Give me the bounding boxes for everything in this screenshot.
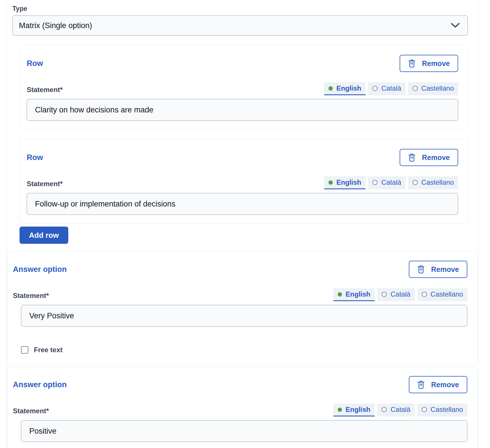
- type-select-value: Matrix (Single option): [19, 21, 92, 30]
- radio-circle-icon: [413, 180, 418, 185]
- lang-chip-label: Català: [390, 290, 410, 299]
- lang-chip-label: Castellano: [421, 178, 454, 187]
- lang-chip-catala[interactable]: Català: [368, 82, 405, 95]
- remove-button-label: Remove: [422, 153, 450, 162]
- lang-chip-english[interactable]: English: [324, 82, 366, 95]
- lang-chip-english[interactable]: English: [333, 404, 375, 416]
- row-heading: Row: [27, 59, 43, 68]
- row-card: Row Remove Statement* English: [20, 139, 468, 224]
- row-card-header: Row Remove: [27, 149, 458, 166]
- lang-chip-english[interactable]: English: [333, 288, 375, 301]
- radio-circle-icon: [422, 292, 427, 297]
- lang-chip-castellano[interactable]: Castellano: [408, 176, 458, 189]
- type-label: Type: [12, 5, 468, 13]
- answer-option-card: Answer option Remove Statement* English: [7, 367, 477, 448]
- lang-chip-english[interactable]: English: [324, 176, 366, 189]
- statement-header-row: Statement* English Català Castellano: [13, 404, 467, 416]
- lang-chip-label: English: [337, 84, 361, 93]
- radio-circle-icon: [422, 407, 427, 412]
- lang-chip-label: Català: [381, 178, 401, 187]
- answer-option-card-header: Answer option Remove: [13, 261, 467, 278]
- answer-option-body: [21, 420, 467, 442]
- lang-chip-label: Castellano: [431, 290, 463, 299]
- answer-option-card-header: Answer option Remove: [13, 376, 467, 393]
- lang-chip-label: English: [346, 290, 371, 299]
- type-select[interactable]: Matrix (Single option): [12, 15, 468, 36]
- trash-icon: [417, 265, 425, 274]
- answer-option-card: Answer option Remove Statement* English: [7, 251, 477, 364]
- remove-button-label: Remove: [431, 265, 459, 274]
- statement-label: Statement*: [27, 180, 63, 189]
- trash-icon: [408, 153, 416, 162]
- selected-dot-icon: [338, 408, 342, 412]
- free-text-checkbox[interactable]: [21, 346, 28, 354]
- answer-option-statement-input[interactable]: [21, 420, 467, 442]
- remove-row-button[interactable]: Remove: [400, 149, 458, 166]
- row-statement-input[interactable]: [27, 193, 458, 215]
- lang-chip-catala[interactable]: Català: [377, 404, 415, 416]
- statement-header-row: Statement* English Català Castellano: [27, 82, 458, 95]
- row-statement-input[interactable]: [27, 99, 458, 121]
- row-heading: Row: [27, 153, 43, 162]
- add-row-button[interactable]: Add row: [20, 227, 68, 244]
- radio-circle-icon: [413, 86, 418, 91]
- selected-dot-icon: [328, 86, 333, 91]
- question-editor-panel: Type Matrix (Single option) Row Remove: [6, 0, 479, 448]
- trash-icon: [417, 381, 425, 389]
- statement-label: Statement*: [13, 407, 49, 416]
- language-switcher: English Català Castellano: [333, 404, 467, 416]
- free-text-label: Free text: [34, 346, 63, 354]
- remove-answer-option-button[interactable]: Remove: [409, 376, 467, 393]
- language-switcher: English Català Castellano: [333, 288, 467, 301]
- free-text-option: Free text: [21, 346, 467, 354]
- lang-chip-castellano[interactable]: Castellano: [408, 82, 458, 95]
- radio-circle-icon: [372, 86, 378, 91]
- remove-button-label: Remove: [431, 380, 459, 389]
- statement-header-row: Statement* English Català Castellano: [27, 176, 458, 189]
- trash-icon: [408, 59, 416, 68]
- lang-chip-catala[interactable]: Català: [368, 176, 405, 189]
- radio-circle-icon: [372, 180, 378, 185]
- lang-chip-label: Català: [390, 405, 410, 414]
- radio-circle-icon: [382, 407, 387, 412]
- selected-dot-icon: [328, 180, 333, 185]
- lang-chip-label: English: [346, 405, 371, 414]
- remove-button-label: Remove: [422, 59, 450, 68]
- lang-chip-label: Castellano: [421, 84, 454, 93]
- selected-dot-icon: [338, 292, 342, 297]
- row-card-header: Row Remove: [27, 55, 458, 72]
- statement-header-row: Statement* English Català Castellano: [13, 288, 467, 301]
- lang-chip-label: Castellano: [431, 405, 463, 414]
- lang-chip-castellano[interactable]: Castellano: [417, 288, 467, 301]
- lang-chip-label: Català: [381, 84, 401, 93]
- lang-chip-catala[interactable]: Català: [377, 288, 415, 301]
- chevron-down-icon: [450, 22, 460, 29]
- answer-option-heading: Answer option: [13, 265, 67, 274]
- statement-label: Statement*: [27, 85, 63, 95]
- answer-option-statement-input[interactable]: [21, 305, 467, 327]
- remove-row-button[interactable]: Remove: [400, 55, 458, 72]
- radio-circle-icon: [382, 292, 387, 297]
- lang-chip-castellano[interactable]: Castellano: [417, 404, 467, 416]
- statement-label: Statement*: [13, 291, 49, 301]
- lang-chip-label: English: [337, 178, 361, 187]
- language-switcher: English Català Castellano: [324, 176, 458, 189]
- row-card: Row Remove Statement* English: [20, 45, 468, 130]
- answer-option-heading: Answer option: [13, 380, 67, 389]
- question-settings-section: Type Matrix (Single option) Row Remove: [7, 0, 478, 251]
- answer-option-body: Free text: [21, 305, 467, 354]
- language-switcher: English Català Castellano: [324, 82, 458, 95]
- remove-answer-option-button[interactable]: Remove: [409, 261, 467, 278]
